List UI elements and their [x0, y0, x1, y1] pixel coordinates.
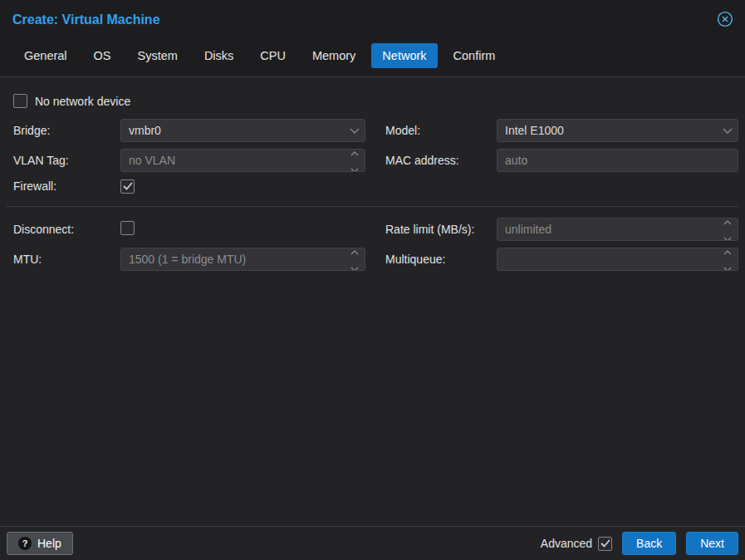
- bridge-label: Bridge:: [13, 124, 120, 137]
- mac-address-input[interactable]: [497, 150, 738, 171]
- advanced-checkbox[interactable]: [598, 537, 612, 551]
- spinner-down-icon[interactable]: [350, 260, 359, 271]
- model-input[interactable]: [497, 120, 718, 141]
- tab-system[interactable]: System: [127, 43, 189, 68]
- tab-network[interactable]: Network: [371, 43, 437, 68]
- no-network-device-label: No network device: [35, 95, 130, 108]
- multiqueue-label: Multiqueue:: [385, 253, 497, 266]
- chevron-down-icon[interactable]: [718, 120, 738, 141]
- rate-limit-label: Rate limit (MB/s):: [385, 223, 497, 236]
- spinner-down-icon[interactable]: [350, 161, 359, 172]
- check-icon: [600, 536, 610, 551]
- dialog-title: Create: Virtual Machine: [12, 12, 160, 27]
- back-button[interactable]: Back: [622, 532, 676, 555]
- help-icon: ?: [18, 537, 32, 550]
- help-button-label: Help: [37, 537, 61, 550]
- tab-confirm[interactable]: Confirm: [443, 43, 507, 68]
- tab-os[interactable]: OS: [83, 43, 122, 68]
- network-form-bottom: Disconnect: Rate limit (MB/s): MTU:: [13, 218, 738, 271]
- next-button[interactable]: Next: [686, 532, 738, 555]
- firewall-checkbox[interactable]: [120, 179, 135, 194]
- mtu-input[interactable]: [121, 248, 345, 270]
- disconnect-checkbox[interactable]: [120, 221, 135, 235]
- mtu-label: MTU:: [13, 253, 120, 266]
- mac-address-label: MAC address:: [385, 154, 497, 167]
- firewall-label: Firewall:: [13, 179, 120, 193]
- spinner-up-icon[interactable]: [350, 248, 359, 258]
- help-button[interactable]: ? Help: [7, 532, 73, 555]
- mtu-spinner[interactable]: [120, 248, 365, 271]
- tab-bar: General OS System Disks CPU Memory Netwo…: [0, 40, 745, 77]
- bridge-select[interactable]: [120, 119, 365, 142]
- spinner-up-icon[interactable]: [723, 248, 732, 258]
- section-divider: [7, 206, 738, 207]
- multiqueue-spinner[interactable]: [497, 248, 738, 271]
- tab-cpu[interactable]: CPU: [249, 43, 297, 68]
- tab-disks[interactable]: Disks: [194, 43, 244, 68]
- titlebar: Create: Virtual Machine: [0, 0, 745, 40]
- vlan-tag-spinner[interactable]: [120, 149, 365, 172]
- close-button[interactable]: [715, 9, 735, 32]
- spinner-up-icon[interactable]: [723, 218, 732, 228]
- spinner-down-icon[interactable]: [723, 230, 732, 241]
- chevron-down-icon[interactable]: [345, 120, 365, 141]
- bridge-input[interactable]: [121, 120, 345, 141]
- network-tab-panel: No network device Bridge: Model: VLAN Ta…: [0, 77, 745, 271]
- rate-limit-spinner[interactable]: [497, 218, 738, 241]
- close-icon: [717, 11, 733, 30]
- model-select[interactable]: [497, 119, 738, 142]
- advanced-label: Advanced: [541, 537, 592, 550]
- mac-address-field[interactable]: [497, 149, 738, 172]
- create-vm-dialog: Create: Virtual Machine General OS Syste…: [0, 0, 745, 560]
- spinner-down-icon[interactable]: [723, 260, 732, 271]
- dialog-footer: ? Help Advanced Back Next: [0, 526, 745, 560]
- vlan-tag-label: VLAN Tag:: [13, 154, 120, 167]
- tab-memory[interactable]: Memory: [301, 43, 366, 68]
- multiqueue-input[interactable]: [497, 248, 718, 270]
- tab-general[interactable]: General: [13, 43, 78, 68]
- check-icon: [123, 179, 133, 194]
- network-form-top: Bridge: Model: VLAN Tag:: [13, 119, 738, 194]
- rate-limit-input[interactable]: [497, 219, 718, 240]
- vlan-tag-input[interactable]: [121, 150, 345, 171]
- spinner-up-icon[interactable]: [350, 149, 359, 160]
- no-network-device-checkbox[interactable]: [13, 94, 27, 108]
- disconnect-label: Disconnect:: [13, 223, 120, 236]
- model-label: Model:: [385, 124, 497, 137]
